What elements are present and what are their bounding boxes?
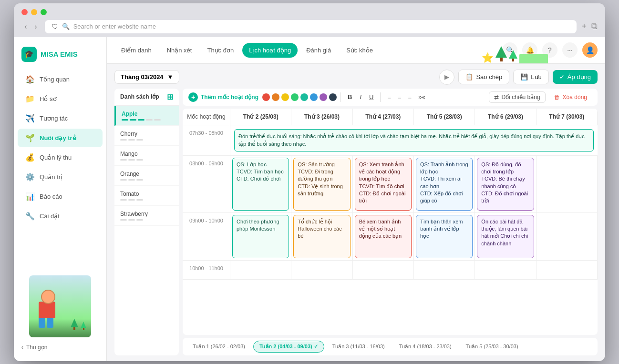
sidebar-item-tuong-tac[interactable]: ✈️ Tương tác <box>18 109 103 128</box>
nav-suc-khoe[interactable]: Sức khỏe <box>340 43 380 58</box>
nav-danh-gia[interactable]: Đánh giá <box>299 43 338 58</box>
class-list-header: Danh sách lớp ⊞ <box>114 89 179 106</box>
color-teal[interactable] <box>300 93 308 101</box>
activity-thu2-0800[interactable]: QS: Lớp học TCVD: Tìm bạn học CTD: Chơi … <box>230 156 291 212</box>
activity-thu2-1000[interactable] <box>230 261 291 279</box>
play-button[interactable]: ▶ <box>439 70 454 85</box>
card-thu4-0900: Bé xem tranh ảnh về một số hoạt động của… <box>355 215 412 258</box>
class-dots-tomato <box>120 199 173 201</box>
sidebar-label-tong-quan: Tổng quan <box>40 76 70 83</box>
switch-view-button[interactable]: ⇄ Đổi chiều bảng <box>489 91 546 103</box>
more-button[interactable]: ··· <box>562 42 578 58</box>
class-item-orange[interactable]: Orange <box>114 166 179 186</box>
activity-thu4-0900[interactable]: Bé xem tranh ảnh về một số hoạt động của… <box>353 213 414 260</box>
align-left-button[interactable]: ≡ <box>384 92 394 101</box>
add-activity-button[interactable]: + Thêm mốc hoạt động <box>188 92 258 102</box>
shield-icon: 🛡 <box>52 23 58 30</box>
toolbar-right: ⇄ Đổi chiều bảng 🗑 Xóa dòng <box>489 91 592 103</box>
new-tab-button[interactable]: + <box>581 21 587 31</box>
forward-button[interactable]: › <box>31 21 40 32</box>
sidebar-item-tong-quan[interactable]: 🏠 Tổng quan <box>18 70 103 89</box>
nav-lich-hoat-dong[interactable]: Lịch hoạt động <box>242 43 298 58</box>
month-selector[interactable]: Tháng 03/2024 ▼ <box>114 70 179 84</box>
activity-thu7-0800[interactable] <box>536 156 598 212</box>
activity-thu3-1000[interactable] <box>291 261 352 279</box>
week-tab-4[interactable]: Tuần 4 (18/03 - 23/03) <box>393 341 458 353</box>
user-avatar[interactable]: 👤 <box>582 42 598 58</box>
maximize-button[interactable] <box>41 9 47 15</box>
class-item-strawberry[interactable]: Strawberry <box>114 206 179 226</box>
sidebar-item-quan-ly-thu[interactable]: 💰 Quản lý thu <box>18 148 103 167</box>
color-orange[interactable] <box>272 93 279 101</box>
copy-button[interactable]: 📋 Sao chép <box>458 70 509 84</box>
collapse-label: Thu gọn <box>26 344 47 351</box>
color-dark[interactable] <box>329 93 337 101</box>
sidebar-label-bao-cao: Báo cáo <box>40 193 62 200</box>
class-item-apple[interactable]: Apple <box>114 106 179 126</box>
address-bar[interactable]: 🛡 🔍 Search or enter website name <box>45 20 577 33</box>
nav-thuc-don[interactable]: Thực đơn <box>200 43 240 58</box>
italic-button[interactable]: I <box>357 92 364 101</box>
add-class-icon[interactable]: ⊞ <box>167 92 173 101</box>
activity-thu5-1000[interactable] <box>414 261 475 279</box>
activity-thu5-0900[interactable]: Tìm bạn thân xem tranh ảnh về lớp học <box>414 213 475 260</box>
merged-activity[interactable]: Đón trẻ/thể dục buổi sáng: Nhắc nhở trẻ … <box>230 125 598 155</box>
browser-actions: + ⧉ <box>581 21 598 31</box>
dot <box>120 219 127 221</box>
activity-thu6-0900[interactable]: Ôn các bài hát đã thuộc, làm quen bài há… <box>475 213 536 260</box>
week-tab-2[interactable]: Tuần 2 (04/03 - 09/03) ✓ <box>253 341 324 353</box>
collapse-button[interactable]: ‹ Thu gọn <box>14 339 106 355</box>
class-item-mango[interactable]: Mango <box>114 146 179 166</box>
expand-button[interactable]: »« <box>415 92 428 101</box>
close-button[interactable] <box>21 9 28 15</box>
activity-thu7-0900[interactable] <box>536 213 598 260</box>
dot <box>136 199 143 201</box>
delete-row-button[interactable]: 🗑 Xóa dòng <box>549 92 592 102</box>
underline-button[interactable]: U <box>366 92 376 101</box>
align-right-button[interactable]: ≡ <box>405 92 415 101</box>
activity-thu2-0900[interactable]: Chơi theo phương pháp Montessori <box>230 213 291 260</box>
back-button[interactable]: ‹ <box>21 21 30 32</box>
sidebar-item-cai-dat[interactable]: 🔧 Cài đặt <box>18 207 103 225</box>
save-button[interactable]: 💾 Lưu <box>513 70 548 84</box>
nav-diem-danh[interactable]: Điểm danh <box>114 43 158 58</box>
tab-overview-button[interactable]: ⧉ <box>591 21 598 31</box>
activity-thu6-1000[interactable] <box>475 261 536 279</box>
activity-thu3-0800[interactable]: QS: Sân trường TCVD: Đi trong đường thu … <box>291 156 352 212</box>
card-thu2-0900: Chơi theo phương pháp Montessori <box>232 215 289 258</box>
color-yellow[interactable] <box>281 93 289 101</box>
color-blue[interactable] <box>310 93 318 101</box>
class-name-apple: Apple <box>122 111 173 117</box>
activity-thu3-0900[interactable]: Tổ chức lễ hội Halloween cho các bé <box>291 213 352 260</box>
dot <box>128 219 135 221</box>
col-header-thu4: Thứ 4 (27/03) <box>353 109 414 125</box>
activity-thu4-1000[interactable] <box>353 261 414 279</box>
schedule-container: Danh sách lớp ⊞ Apple <box>114 89 598 355</box>
week-tab-5[interactable]: Tuần 5 (25/03 - 30/03) <box>460 341 525 353</box>
sidebar-item-bao-cao[interactable]: 📊 Báo cáo <box>18 187 103 206</box>
decoration-area: ⭐ <box>482 46 548 63</box>
color-red[interactable] <box>262 93 270 101</box>
address-text: Search or enter website name <box>73 23 156 30</box>
align-center-button[interactable]: ≡ <box>395 92 404 101</box>
class-item-tomato[interactable]: Tomato <box>114 186 179 206</box>
color-purple[interactable] <box>320 93 327 101</box>
sidebar-item-ho-so[interactable]: 📁 Hồ sơ <box>18 90 103 108</box>
apply-button[interactable]: ✓ Áp dụng <box>553 70 598 84</box>
col-header-thu3: Thứ 3 (26/03) <box>291 109 352 125</box>
class-dots-cherry <box>120 139 173 141</box>
switch-icon: ⇄ <box>494 94 499 101</box>
nav-nhan-xet[interactable]: Nhận xét <box>160 43 199 58</box>
class-item-cherry[interactable]: Cherry <box>114 126 179 146</box>
week-tab-1[interactable]: Tuần 1 (26/02 - 02/03) <box>186 341 251 353</box>
sidebar-item-nuoi-day-tre[interactable]: 🌱 Nuôi dạy trẻ <box>18 129 103 147</box>
activity-thu7-1000[interactable] <box>536 261 598 279</box>
minimize-button[interactable] <box>31 9 37 15</box>
activity-thu6-0800[interactable]: QS: Đồ dùng, đồ chơi trong lớp TCVD: Bé … <box>475 156 536 212</box>
activity-thu5-0800[interactable]: QS: Tranh ảnh trong lớp học TCVD: Thi xe… <box>414 156 475 212</box>
bold-button[interactable]: B <box>345 92 355 101</box>
week-tab-3[interactable]: Tuần 3 (11/03 - 16/03) <box>326 341 391 353</box>
sidebar-item-quan-tri[interactable]: ⚙️ Quản trị <box>18 168 103 186</box>
color-green[interactable] <box>291 93 299 101</box>
activity-thu4-0800[interactable]: QS: Xem tranh ảnh về các hoạt động trong… <box>353 156 414 212</box>
